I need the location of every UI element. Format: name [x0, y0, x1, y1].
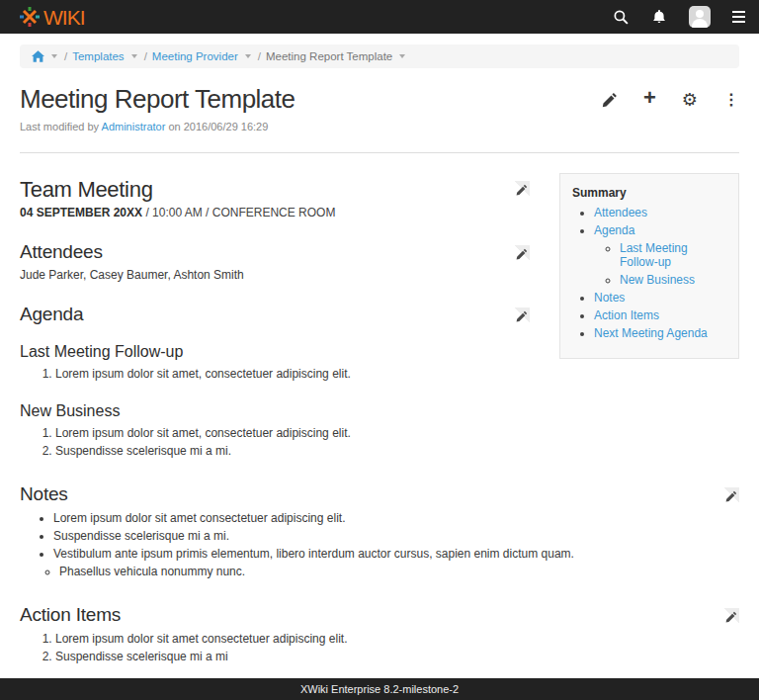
list-item: Suspendisse scelerisque mi a mi.: [55, 444, 530, 458]
section-heading-team-meeting: Team Meeting: [20, 177, 153, 203]
edit-section-pencil-icon[interactable]: [722, 487, 739, 504]
hamburger-menu-icon[interactable]: [732, 11, 745, 23]
xwiki-logo-asterisk: [18, 5, 42, 29]
summary-title: Summary: [572, 186, 728, 200]
list-item: Phasellus vehicula nonummy nunc.: [59, 565, 739, 578]
xwiki-logo-text: WIKI: [43, 7, 85, 28]
list-item: Last Meeting Follow-up: [620, 241, 728, 269]
summary-panel: Summary Attendees Agenda Last Meeting Fo…: [559, 173, 739, 359]
summary-link-attendees[interactable]: Attendees: [594, 206, 647, 219]
create-page-button[interactable]: +: [643, 87, 656, 109]
list-item: Lorem ipsum dolor sit amet consectetuer …: [55, 632, 739, 646]
breadcrumb-link-templates[interactable]: Templates: [72, 50, 124, 62]
edit-section-pencil-icon[interactable]: [513, 307, 530, 324]
version-footer-bar: XWiki Enterprise 8.2-milestone-2: [0, 678, 759, 700]
section-heading-follow-up: Last Meeting Follow-up: [20, 343, 530, 361]
edit-section-pencil-icon[interactable]: [513, 181, 530, 198]
list-item: Agenda Last Meeting Follow-up New Busine…: [594, 223, 728, 287]
list-item: Next Meeting Agenda: [594, 326, 728, 340]
last-modified-user-link[interactable]: Administrator: [102, 121, 166, 132]
last-modified-info: Last modified by Administrator on 2016/0…: [20, 121, 739, 132]
section-heading-agenda: Agenda: [20, 304, 83, 325]
breadcrumb-link-meeting-provider[interactable]: Meeting Provider: [152, 50, 238, 62]
edit-section-pencil-icon[interactable]: [722, 608, 739, 625]
attendees-text: Jude Parker, Casey Baumer, Ashton Smith: [20, 268, 530, 282]
list-item: Suspendisse scelerisque mi a mi.: [53, 529, 739, 543]
more-actions-kebab-icon[interactable]: ⋮: [723, 92, 739, 108]
settings-gear-icon[interactable]: ⚙: [682, 91, 698, 109]
breadcrumb: / Templates / Meeting Provider / Meeting…: [20, 44, 739, 68]
xwiki-logo[interactable]: WIKI: [18, 5, 85, 29]
header-divider: [20, 152, 739, 153]
edit-section-pencil-icon[interactable]: [513, 245, 530, 262]
user-avatar[interactable]: [689, 6, 711, 28]
section-heading-attendees: Attendees: [20, 241, 103, 263]
top-navigation-bar: WIKI: [0, 0, 759, 34]
list-item: Lorem ipsum dolor sit amet, consectetuer…: [55, 367, 530, 381]
list-item: Action Items: [594, 308, 728, 322]
breadcrumb-current-page: Meeting Report Template: [266, 50, 392, 62]
summary-link-notes[interactable]: Notes: [594, 291, 625, 305]
chevron-down-icon[interactable]: [51, 54, 57, 58]
search-icon[interactable]: [613, 9, 630, 26]
version-text: XWiki Enterprise 8.2-milestone-2: [300, 683, 459, 695]
list-item: Lorem ipsum dolor sit amet, consectetuer…: [55, 426, 530, 440]
list-item: Attendees: [594, 206, 728, 219]
summary-link-agenda[interactable]: Agenda: [594, 223, 634, 237]
meeting-date-line: 04 SEPTEMBER 20XX / 10:00 AM / CONFERENC…: [20, 206, 530, 219]
chevron-down-icon[interactable]: [245, 54, 251, 58]
notifications-bell-icon[interactable]: [651, 9, 667, 25]
list-item: Notes: [594, 291, 728, 305]
list-item: Vestibulum ante ipsum primis elementum, …: [53, 547, 739, 561]
home-icon[interactable]: [32, 50, 44, 62]
list-item: New Business: [620, 273, 728, 287]
summary-link-follow-up[interactable]: Last Meeting Follow-up: [620, 241, 688, 269]
chevron-down-icon[interactable]: [131, 54, 137, 58]
summary-link-next-meeting[interactable]: Next Meeting Agenda: [594, 326, 708, 340]
section-heading-notes: Notes: [20, 483, 68, 505]
document-content: Summary Attendees Agenda Last Meeting Fo…: [20, 177, 739, 700]
summary-link-new-business[interactable]: New Business: [620, 273, 695, 287]
list-item: Lorem ipsum dolor sit amet consectetuer …: [53, 511, 739, 525]
chevron-down-icon[interactable]: [399, 54, 405, 58]
summary-link-action-items[interactable]: Action Items: [594, 308, 659, 322]
page-title: Meeting Report Template: [20, 84, 295, 115]
list-item: Suspendisse scelerisque mi a mi: [55, 650, 739, 663]
edit-page-button[interactable]: [602, 92, 618, 108]
section-heading-action-items: Action Items: [20, 604, 121, 626]
section-heading-new-business: New Business: [20, 402, 530, 420]
